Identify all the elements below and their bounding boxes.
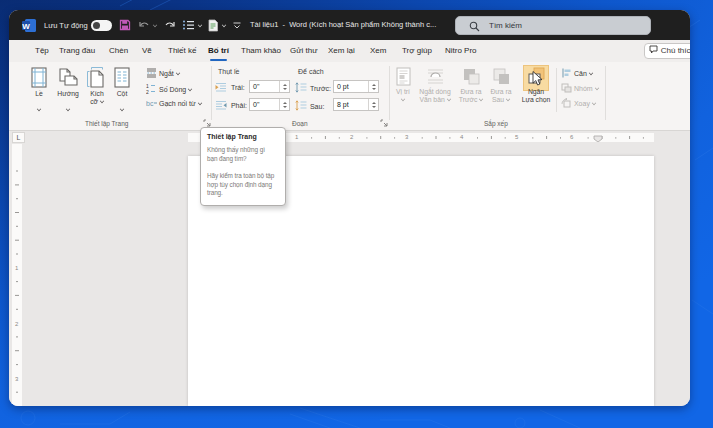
- svg-text:1: 1: [15, 265, 19, 271]
- svg-text:2: 2: [15, 321, 19, 327]
- svg-text:2: 2: [146, 89, 149, 95]
- svg-text:bc: bc: [146, 100, 154, 107]
- svg-text:3: 3: [15, 376, 19, 382]
- svg-text:W: W: [22, 21, 30, 30]
